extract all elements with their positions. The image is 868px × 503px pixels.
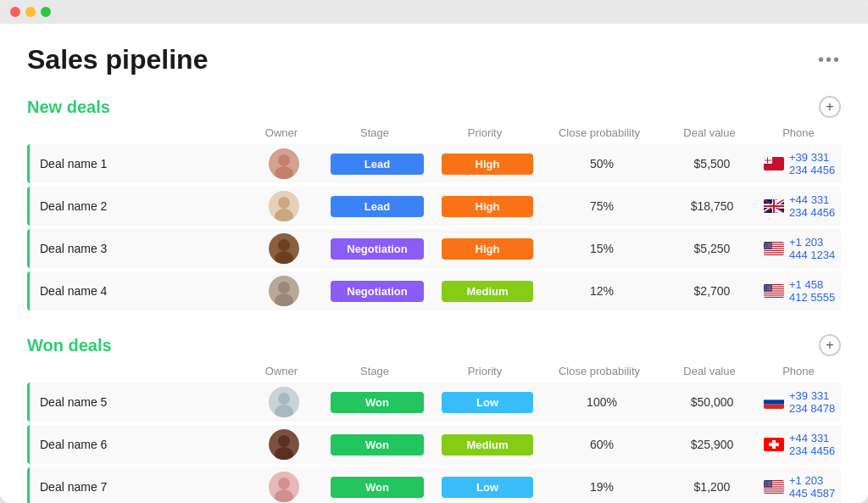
stage-cell: Lead (318, 193, 437, 221)
priority-cell: High (437, 193, 538, 221)
priority-cell: Low (437, 473, 538, 501)
phone-info: ★★★★ ★★★ ★★★★ +1 203 445 4587 (764, 474, 836, 500)
svg-point-41 (278, 282, 290, 293)
table-row[interactable]: Deal name 3 NegotiationHigh15%$5,250 ★★★… (27, 229, 841, 268)
priority-badge: High (442, 238, 533, 260)
phone-cell[interactable]: ★★★★ ★★★ ★★★★ +1 458 412 5555 (759, 275, 841, 307)
section-header: Won deals+ (27, 334, 841, 356)
deal-value-cell: $25,900 (665, 434, 759, 455)
svg-point-19 (278, 239, 290, 251)
phone-cell[interactable]: +44 331 234 4456 (759, 428, 841, 461)
flag-uk (764, 199, 784, 213)
phone-number[interactable]: +1 203 445 4587 (789, 474, 836, 500)
avatar (269, 472, 299, 502)
svg-rect-66 (764, 400, 784, 404)
owner-cell (250, 272, 318, 310)
flag-tonga (764, 157, 784, 170)
deal-value: $18,750 (691, 199, 734, 213)
phone-number[interactable]: +39 331 234 8478 (789, 389, 836, 415)
phone-number[interactable]: +44 331 234 4456 (789, 193, 836, 219)
probability-cell: 50% (538, 154, 665, 174)
probability-value: 60% (590, 438, 614, 451)
deal-name: Deal name 5 (30, 392, 250, 412)
svg-rect-17 (764, 205, 784, 207)
priority-cell: High (437, 235, 538, 263)
table-row[interactable]: Deal name 5 WonLow100%$50,000 +39 331 23… (27, 383, 841, 422)
priority-cell: High (437, 150, 538, 178)
add-deal-button[interactable]: + (819, 96, 841, 118)
deal-value: $25,900 (691, 438, 734, 451)
deal-name: Deal name 7 (30, 477, 250, 497)
deal-value: $2,700 (694, 284, 731, 298)
table-wrap: OwnerStagePriorityClose probabilityDeal … (27, 126, 841, 310)
owner-cell (250, 383, 318, 421)
table-row[interactable]: Deal name 4 NegotiationMedium12%$2,700 ★… (27, 271, 841, 310)
table-row[interactable]: Deal name 7 WonLow19%$1,200 ★★★★ ★★★ ★★★… (27, 467, 841, 503)
svg-point-75 (278, 478, 290, 489)
phone-info: +44 331 234 4456 (764, 432, 836, 457)
owner-cell (250, 187, 318, 225)
phone-cell[interactable]: ★★★★ ★★★ ★★★★ +1 203 445 4587 (759, 471, 841, 503)
priority-badge: Medium (442, 281, 533, 302)
avatar (269, 429, 299, 460)
column-header-3: Priority (434, 365, 536, 377)
column-header-4: Close probability (536, 126, 663, 139)
svg-rect-83 (764, 492, 784, 493)
phone-cell[interactable]: ★★★★ ★★★ ★★★★ +1 203 444 1234 (759, 232, 841, 265)
column-header-6: Phone (756, 126, 841, 139)
phone-cell[interactable]: +39 331 234 8478 (759, 386, 841, 418)
phone-info: +39 331 234 8478 (764, 389, 836, 415)
stage-cell: Won (318, 388, 437, 416)
probability-value: 12% (590, 284, 614, 298)
phone-cell[interactable]: +44 331 234 4456 (759, 190, 841, 222)
close-dot[interactable] (10, 7, 20, 17)
avatar (269, 387, 299, 417)
phone-number[interactable]: +1 203 444 1234 (789, 236, 836, 261)
deal-value: $5,500 (694, 157, 731, 170)
phone-number[interactable]: +44 331 234 4456 (789, 432, 836, 457)
table-column-headers: OwnerStagePriorityClose probabilityDeal … (27, 126, 841, 144)
svg-rect-48 (764, 293, 784, 294)
probability-cell: 19% (538, 477, 665, 497)
phone-number[interactable]: +1 458 412 5555 (789, 278, 836, 304)
page-title: Sales pipeline (27, 44, 208, 75)
phone-cell[interactable]: +39 331 234 4456 (759, 148, 841, 180)
deal-value: $5,250 (694, 242, 731, 255)
probability-cell: 12% (538, 281, 665, 301)
svg-point-63 (278, 393, 290, 405)
table-row[interactable]: Deal name 1 LeadHigh50%$5,500 +39 331 23… (27, 144, 841, 183)
avatar (269, 233, 299, 264)
maximize-dot[interactable] (41, 7, 51, 17)
svg-rect-73 (769, 443, 779, 446)
phone-info: +39 331 234 4456 (764, 151, 836, 176)
priority-badge: Low (442, 477, 533, 498)
table-row[interactable]: Deal name 2 LeadHigh75%$18,750 +44 331 2… (27, 187, 841, 226)
phone-number[interactable]: +39 331 234 4456 (789, 151, 836, 176)
deal-value-cell: $18,750 (665, 196, 759, 216)
more-options-button[interactable]: ••• (818, 50, 841, 70)
column-header-5: Deal value (663, 126, 756, 139)
column-header-0 (27, 126, 248, 139)
probability-value: 50% (590, 157, 614, 170)
svg-point-69 (278, 435, 290, 447)
owner-cell (250, 426, 318, 463)
stage-badge: Lead (331, 196, 424, 217)
flag-us: ★★★★ ★★★ ★★★★ (764, 284, 784, 298)
minimize-dot[interactable] (25, 7, 36, 17)
phone-info: +44 331 234 4456 (764, 193, 836, 219)
section-new-deals: New deals+OwnerStagePriorityClose probab… (27, 96, 841, 310)
stage-cell: Negotiation (318, 277, 437, 305)
svg-rect-26 (764, 251, 784, 252)
svg-rect-49 (764, 296, 784, 297)
sections-container: New deals+OwnerStagePriorityClose probab… (27, 96, 841, 503)
stage-cell: Lead (318, 150, 437, 178)
deal-name: Deal name 6 (30, 434, 250, 455)
section-title: New deals (27, 98, 110, 117)
column-header-0 (27, 365, 248, 377)
page-header: Sales pipeline ••• (27, 44, 841, 75)
deal-value-cell: $50,000 (665, 392, 759, 412)
svg-point-1 (278, 154, 290, 166)
add-deal-button[interactable]: + (819, 334, 841, 356)
phone-info: ★★★★ ★★★ ★★★★ +1 203 444 1234 (764, 236, 836, 261)
table-row[interactable]: Deal name 6 WonMedium60%$25,900 +44 331 … (27, 425, 841, 464)
